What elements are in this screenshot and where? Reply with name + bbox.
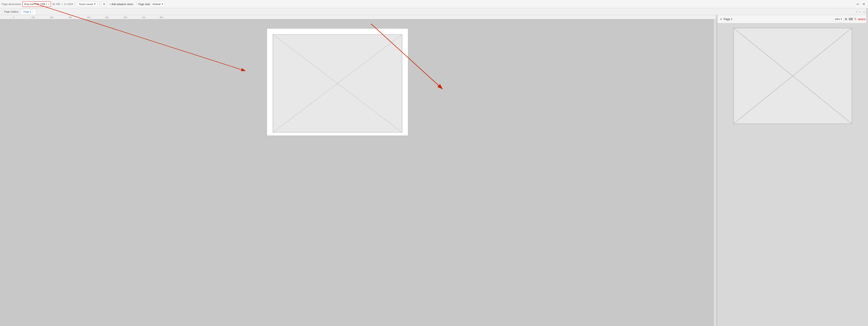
placeholder-svg-main <box>273 34 402 132</box>
close-icon: ✕ <box>863 2 865 6</box>
canvas-content <box>255 24 461 184</box>
tab-navigation: ‹ › ⌄ <box>855 9 866 14</box>
divider-3 <box>136 2 136 6</box>
right-panel-title: Page 1 <box>724 18 733 21</box>
zoom-chevron: ▾ <box>841 18 842 21</box>
canvas-scroll[interactable] <box>0 19 716 326</box>
page-dimensions-label: Page dimensions <box>2 3 21 5</box>
history-back-icon: ↩ <box>857 2 859 6</box>
add-adaptive-label: + Add adaptive views <box>110 3 133 5</box>
tab-nav-back[interactable]: ‹ <box>855 9 858 14</box>
page-style-value: Default <box>153 3 161 5</box>
duplicate-icon: ⧉ <box>103 2 105 6</box>
toolbar-right: ↩ ✕ <box>856 2 866 6</box>
tab-page-1[interactable]: Page 1 × <box>21 9 36 14</box>
right-panel-scrollbar[interactable] <box>866 15 868 326</box>
tab-nav-forward[interactable]: › <box>859 9 861 14</box>
right-panel-toolbar: 89% ▾ ⊞ ⌨ ⠿ axure <box>834 17 865 22</box>
tab-close-button[interactable]: × <box>32 10 34 13</box>
main-area: 0 100 200 300 400 500 600 700 800 <box>0 15 868 326</box>
page-style-group: Page style Default ▾ <box>138 1 165 7</box>
ruler-tick-700: 700 <box>142 16 145 19</box>
divider-2 <box>99 2 100 6</box>
tab-page-gallery[interactable]: Page Gallery <box>2 9 21 14</box>
device-select[interactable]: iPad mini 7.9" (768 × ▾ <box>22 1 51 7</box>
height-field: H: 1024 <box>64 3 73 5</box>
widgets-icon[interactable]: ⠿ <box>854 17 857 21</box>
divider-1 <box>75 2 75 6</box>
ruler-horizontal: 0 100 200 300 400 500 600 700 800 <box>0 15 716 19</box>
touch-cursor-label: Touch cursor <box>79 3 93 5</box>
touch-cursor-chevron: ▾ <box>94 2 96 5</box>
dimension-separator: × <box>61 2 63 6</box>
ruler-tick-200: 200 <box>50 16 53 19</box>
canvas-area[interactable]: 0 100 200 300 400 500 600 700 800 <box>0 15 716 326</box>
width-value: 768 <box>56 3 60 5</box>
main-toolbar: Page dimensions iPad mini 7.9" (768 × ▾ … <box>0 0 868 8</box>
width-label: W: <box>52 3 55 5</box>
grid-icon[interactable]: ⊞ <box>845 17 847 21</box>
ruler-tick-300: 300 <box>68 16 72 19</box>
page-canvas <box>267 28 408 136</box>
device-select-chevron: ▾ <box>48 3 49 5</box>
ruler-tick-800: 800 <box>160 16 163 19</box>
height-value: 1024 <box>67 3 73 5</box>
panel-menu-icon[interactable]: ≡ <box>720 17 722 21</box>
right-panel: ≡ Page 1 89% ▾ ⊞ ⌨ ⠿ axure <box>717 15 868 326</box>
ruler-tick-100: 100 <box>31 16 35 19</box>
touch-cursor-button[interactable]: Touch cursor ▾ <box>77 1 98 7</box>
width-field: W: 768 <box>52 3 60 5</box>
tab-nav-more[interactable]: ⌄ <box>862 9 866 14</box>
duplicate-view-button[interactable]: ⧉ <box>101 1 107 7</box>
ruler-tick-500: 500 <box>105 16 108 19</box>
tab-page1-label: Page 1 <box>24 10 31 13</box>
height-label: H: <box>64 3 67 5</box>
keyboard-icon[interactable]: ⌨ <box>848 17 853 21</box>
axure-logo: axure <box>858 17 865 21</box>
history-back-button[interactable]: ↩ <box>856 2 860 6</box>
ruler-tick-400: 400 <box>87 16 90 19</box>
preview-svg <box>734 28 852 124</box>
preview-canvas <box>733 28 852 124</box>
vertical-scrollbar[interactable] <box>714 19 716 326</box>
tab-bar: Page Gallery Page 1 × ‹ › ⌄ <box>0 8 868 15</box>
close-button[interactable]: ✕ <box>862 2 866 6</box>
image-placeholder-main <box>273 34 402 133</box>
ruler-tick-0: 0 <box>13 16 14 19</box>
right-panel-header: ≡ Page 1 89% ▾ ⊞ ⌨ ⠿ axure <box>717 15 868 23</box>
zoom-selector[interactable]: 89% ▾ <box>834 17 843 22</box>
page-style-select[interactable]: Default ▾ <box>151 1 165 7</box>
tab-gallery-label: Page Gallery <box>4 10 19 13</box>
device-select-value: iPad mini 7.9" (768 × <box>24 3 47 5</box>
page-style-chevron: ▾ <box>162 2 163 5</box>
right-panel-content[interactable] <box>717 23 868 326</box>
page-style-label: Page style <box>138 3 150 5</box>
zoom-value: 89% <box>835 18 840 21</box>
add-adaptive-views-button[interactable]: + Add adaptive views <box>108 2 135 6</box>
ruler-tick-600: 600 <box>124 16 127 19</box>
